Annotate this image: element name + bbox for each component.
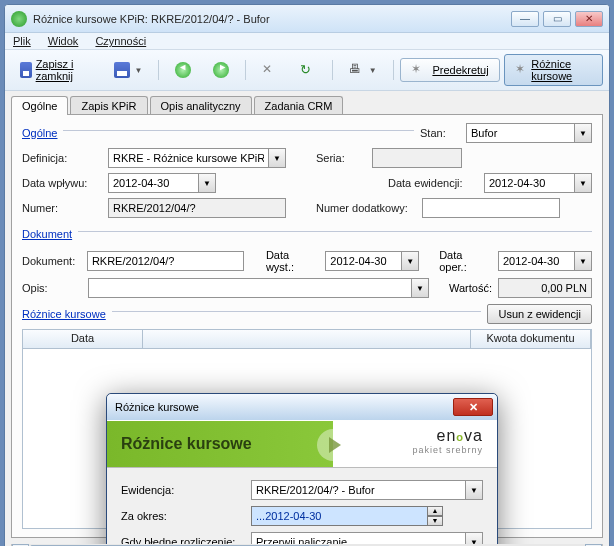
data-wyst-input[interactable] [325,251,401,271]
disk-icon [114,62,130,78]
main-window: Różnice kursowe KPiR: RKRE/2012/04/? - B… [4,4,610,546]
save-close-button[interactable]: Zapisz i zamknij [11,58,101,82]
stan-dropdown-button[interactable]: ▼ [574,123,592,143]
menubar: Plik Widok Czynności [5,33,609,50]
definicja-dropdown-button[interactable]: ▼ [268,148,286,168]
label-data-wplywu: Data wpływu: [22,177,102,189]
definicja-field[interactable]: ▼ [108,148,286,168]
label-numer-dodatkowy: Numer dodatkowy: [316,202,416,214]
data-wyst-dropdown-button[interactable]: ▼ [401,251,419,271]
refresh-icon [300,62,316,78]
play-icon [317,429,349,461]
roznice-kursowe-button[interactable]: Różnice kursowe [504,54,603,86]
col-kwota[interactable]: Kwota dokumentu [471,330,591,348]
dialog-za-okres-field[interactable]: ▲ ▼ [251,506,443,526]
tab-panel-ogolne: Ogólne Stan: ▼ Definicja: ▼ Seria: Data … [11,114,603,538]
dialog-close-button[interactable]: ✕ [453,398,493,416]
titlebar: Różnice kursowe KPiR: RKRE/2012/04/? - B… [5,5,609,33]
app-icon [11,11,27,27]
arrow-right-icon [213,62,229,78]
tools-button[interactable] [253,58,287,82]
table-header: Data Kwota dokumentu [22,329,592,349]
tabstrip: Ogólne Zapis KPiR Opis analityczny Zadan… [5,91,609,114]
menu-file[interactable]: Plik [13,35,31,47]
group-roznice: Różnice kursowe [22,308,106,320]
print-button[interactable]: ▼ [340,58,386,82]
group-dokument: Dokument [22,228,72,240]
label-data-ewidencji: Data ewidencji: [388,177,478,189]
dialog-titlebar: Różnice kursowe ✕ [107,394,497,420]
gear-icon [411,62,427,78]
data-oper-input[interactable] [498,251,574,271]
seria-input [372,148,462,168]
label-definicja: Definicja: [22,152,102,164]
numer-input [108,198,286,218]
arrow-left-icon [175,62,191,78]
data-wplywu-dropdown-button[interactable]: ▼ [198,173,216,193]
opis-field[interactable]: ▼ [88,278,429,298]
dialog-title: Różnice kursowe [115,401,453,413]
predekretuj-button[interactable]: Predekretuj [400,58,499,82]
data-wyst-field[interactable]: ▼ [325,251,419,271]
opis-dropdown-button[interactable]: ▼ [411,278,429,298]
label-data-oper: Data oper.: [439,249,492,273]
window-title: Różnice kursowe KPiR: RKRE/2012/04/? - B… [33,13,511,25]
tab-ogolne[interactable]: Ogólne [11,96,68,115]
dialog-za-okres-input[interactable] [251,506,427,526]
data-ewidencji-dropdown-button[interactable]: ▼ [574,173,592,193]
tab-zadania-crm[interactable]: Zadania CRM [254,96,344,115]
label-opis: Opis: [22,282,82,294]
dokument-input[interactable] [87,251,244,271]
numer-dodatkowy-input[interactable] [422,198,560,218]
maximize-button[interactable]: ▭ [543,11,571,27]
data-wplywu-input[interactable] [108,173,198,193]
save-close-label: Zapisz i zamknij [36,58,93,82]
toolbar: Zapisz i zamknij ▼ ▼ Predekretuj Różnice… [5,50,609,91]
definicja-input[interactable] [108,148,268,168]
data-oper-dropdown-button[interactable]: ▼ [574,251,592,271]
banner-title: Różnice kursowe [121,435,252,453]
label-dokument: Dokument: [22,255,81,267]
refresh-button[interactable] [291,58,325,82]
minimize-button[interactable]: — [511,11,539,27]
stan-field[interactable]: ▼ [466,123,592,143]
save-button[interactable]: ▼ [105,58,151,82]
back-button[interactable] [166,58,200,82]
tab-opis-analityczny[interactable]: Opis analityczny [150,96,252,115]
forward-button[interactable] [204,58,238,82]
wartosc-input [498,278,592,298]
usun-z-ewidencji-button[interactable]: Usun z ewidencji [487,304,592,324]
data-oper-field[interactable]: ▼ [498,251,592,271]
tools-icon [262,62,278,78]
print-icon [349,62,365,78]
dialog-ewidencja-input[interactable] [251,480,465,500]
stan-input[interactable] [466,123,574,143]
menu-view[interactable]: Widok [48,35,79,47]
brand-sub: pakiet srebrny [412,445,483,455]
save-icon [20,62,32,78]
dialog-banner: Różnice kursowe enova pakiet srebrny [107,420,497,468]
col-data[interactable]: Data [23,330,143,348]
label-stan: Stan: [420,127,460,139]
tab-zapis-kpir[interactable]: Zapis KPiR [70,96,147,115]
label-data-wyst: Data wyst.: [266,249,319,273]
data-wplywu-field[interactable]: ▼ [108,173,216,193]
close-button[interactable]: ✕ [575,11,603,27]
brand-logo: enova pakiet srebrny [412,427,483,455]
spin-down-button[interactable]: ▼ [427,516,443,526]
dialog-ewidencja-dropdown-button[interactable]: ▼ [465,480,483,500]
data-ewidencji-field[interactable]: ▼ [484,173,592,193]
spin-up-button[interactable]: ▲ [427,506,443,516]
data-ewidencji-input[interactable] [484,173,574,193]
gear-icon-2 [515,62,527,78]
dialog-label-ewidencja: Ewidencja: [121,484,251,496]
predekretuj-label: Predekretuj [432,64,488,76]
label-seria: Seria: [316,152,366,164]
menu-actions[interactable]: Czynności [95,35,146,47]
dialog-ewidencja-field[interactable]: ▼ [251,480,483,500]
label-numer: Numer: [22,202,102,214]
opis-input[interactable] [88,278,411,298]
group-ogolne: Ogólne [22,127,57,139]
roznice-label: Różnice kursowe [531,58,592,82]
label-wartosc: Wartość: [449,282,492,294]
